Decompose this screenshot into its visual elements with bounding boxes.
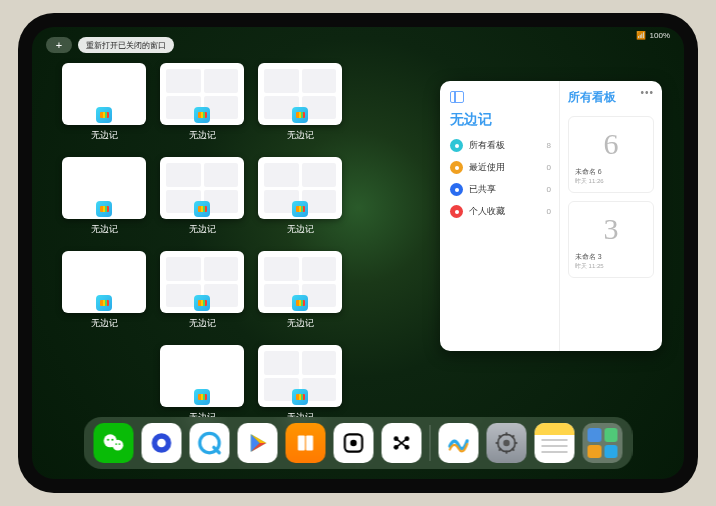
board-card[interactable]: 3未命名 3昨天 11:25 [568, 201, 654, 278]
quark-icon[interactable] [190, 423, 230, 463]
dock-separator [430, 425, 431, 461]
board-date: 昨天 11:25 [573, 262, 606, 273]
svg-point-6 [107, 439, 109, 441]
window-thumb[interactable]: 无边记 [62, 157, 146, 239]
sidebar-item-count: 0 [546, 185, 550, 194]
qqbrowser-icon[interactable] [142, 423, 182, 463]
window-thumb[interactable]: 无边记 [258, 63, 342, 145]
freeform-mini-icon [194, 389, 210, 405]
window-preview [62, 157, 146, 219]
svg-point-0 [455, 144, 459, 148]
sidebar-item-icon [450, 183, 463, 196]
play-store-icon[interactable] [238, 423, 278, 463]
freeform-mini-icon [292, 201, 308, 217]
board-sketch: 6 [573, 121, 649, 167]
svg-point-16 [350, 440, 357, 447]
board-date: 昨天 11:26 [573, 177, 606, 188]
freeform-mini-icon [194, 201, 210, 217]
sidebar-item-label: 最近使用 [469, 161, 505, 174]
freeform-icon[interactable] [439, 423, 479, 463]
sidebar-item-icon [450, 161, 463, 174]
sidebar-panel: 无边记 所有看板8最近使用0已共享0个人收藏0 [440, 81, 560, 351]
board-sketch: 3 [573, 206, 649, 252]
dice-app-icon[interactable] [334, 423, 374, 463]
window-label: 无边记 [91, 129, 118, 142]
notes-icon[interactable] [535, 423, 575, 463]
sidebar-item-icon [450, 139, 463, 152]
board-title: 未命名 3 [573, 252, 604, 262]
svg-point-9 [119, 443, 121, 445]
svg-rect-13 [298, 435, 305, 450]
window-thumb[interactable]: 无边记 [258, 157, 342, 239]
window-preview [258, 345, 342, 407]
new-window-button[interactable]: + [46, 37, 72, 53]
window-label: 无边记 [287, 223, 314, 236]
window-thumb[interactable]: 无边记 [258, 251, 342, 333]
window-label: 无边记 [189, 317, 216, 330]
sidebar-item-icon [450, 205, 463, 218]
freeform-app-window[interactable]: 无边记 所有看板8最近使用0已共享0个人收藏0 ••• 所有看板 6未命名 6昨… [440, 81, 662, 351]
sidebar-item-count: 8 [546, 141, 550, 150]
window-preview [62, 63, 146, 125]
board-title: 未命名 6 [573, 167, 604, 177]
window-preview [258, 251, 342, 313]
window-thumb[interactable]: 无边记 [62, 63, 146, 145]
svg-point-2 [455, 188, 459, 192]
sidebar-item[interactable]: 已共享0 [450, 183, 551, 196]
window-preview [62, 251, 146, 313]
window-preview [160, 251, 244, 313]
window-label: 无边记 [287, 129, 314, 142]
dock-folder[interactable] [583, 423, 623, 463]
sidebar-toggle-icon[interactable] [450, 91, 464, 103]
window-label: 无边记 [287, 317, 314, 330]
board-card[interactable]: 6未命名 6昨天 11:26 [568, 116, 654, 193]
window-preview [258, 63, 342, 125]
books-icon[interactable] [286, 423, 326, 463]
status-bar: 📶 100% [636, 31, 670, 40]
sidebar-item-count: 0 [546, 163, 550, 172]
svg-point-5 [112, 440, 123, 451]
svg-point-22 [503, 440, 510, 447]
wifi-icon: 📶 [636, 31, 646, 40]
freeform-mini-icon [292, 107, 308, 123]
window-preview [160, 345, 244, 407]
board-list: 6未命名 6昨天 11:263未命名 3昨天 11:25 [568, 116, 654, 278]
sidebar-item-label: 所有看板 [469, 139, 505, 152]
reopen-closed-window-button[interactable]: 重新打开已关闭的窗口 [78, 37, 174, 53]
svg-point-11 [157, 439, 166, 448]
window-thumb[interactable]: 无边记 [160, 251, 244, 333]
window-thumb[interactable]: 无边记 [258, 345, 342, 427]
dock [84, 417, 633, 469]
freeform-mini-icon [194, 295, 210, 311]
wechat-icon[interactable] [94, 423, 134, 463]
freeform-mini-icon [292, 389, 308, 405]
window-thumb[interactable]: 无边记 [160, 63, 244, 145]
freeform-mini-icon [292, 295, 308, 311]
freeform-mini-icon [96, 201, 112, 217]
window-thumb[interactable]: 无边记 [160, 157, 244, 239]
battery-text: 100% [650, 31, 670, 40]
sidebar-item-count: 0 [546, 207, 550, 216]
sidebar-item-label: 个人收藏 [469, 205, 505, 218]
top-controls: + 重新打开已关闭的窗口 [46, 37, 174, 53]
sidebar-item[interactable]: 所有看板8 [450, 139, 551, 152]
svg-point-8 [115, 443, 117, 445]
sidebar-item[interactable]: 个人收藏0 [450, 205, 551, 218]
sidebar-item-label: 已共享 [469, 183, 496, 196]
svg-point-3 [455, 210, 459, 214]
sidebar-list: 所有看板8最近使用0已共享0个人收藏0 [450, 139, 551, 218]
settings-icon[interactable] [487, 423, 527, 463]
freeform-mini-icon [194, 107, 210, 123]
dots-app-icon[interactable] [382, 423, 422, 463]
more-icon[interactable]: ••• [640, 87, 654, 98]
window-preview [258, 157, 342, 219]
window-thumb[interactable]: 无边记 [62, 251, 146, 333]
svg-point-1 [455, 166, 459, 170]
window-label: 无边记 [189, 223, 216, 236]
window-preview [160, 157, 244, 219]
window-label: 无边记 [91, 317, 118, 330]
boards-panel: ••• 所有看板 6未命名 6昨天 11:263未命名 3昨天 11:25 [560, 81, 662, 351]
sidebar-item[interactable]: 最近使用0 [450, 161, 551, 174]
window-thumb[interactable]: 无边记 [160, 345, 244, 427]
window-label: 无边记 [189, 129, 216, 142]
